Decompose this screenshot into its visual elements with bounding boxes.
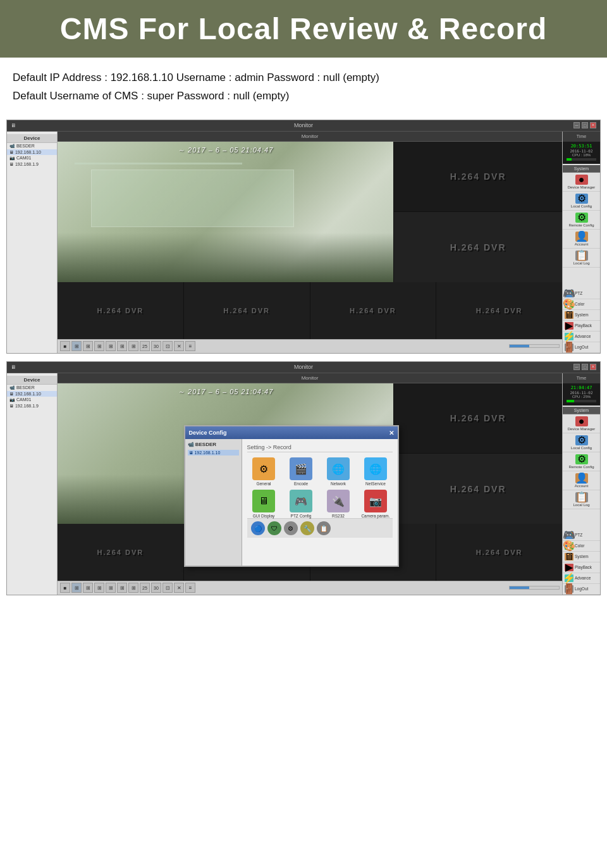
right-spacer-1: [563, 268, 600, 288]
stop-btn-1[interactable]: ■: [60, 341, 70, 351]
sidebar-item-ip1-2[interactable]: 🖥 192.168.1.10: [7, 391, 57, 397]
general-label: General: [256, 481, 271, 486]
page-title: CMS For Local Review & Record: [13, 11, 594, 46]
cms-toolbar-2: ■ ⊞ ⊞ ⊞ ⊞ ⊞ ⊞ 25 30 ⊡ ✕ ≡: [58, 581, 562, 595]
color-label-1: Color: [575, 302, 585, 306]
grid4-btn-2[interactable]: ⊞: [106, 583, 116, 593]
advance-tab-2[interactable]: ⚡ Advance: [563, 573, 600, 584]
num25-btn-1[interactable]: 25: [140, 341, 150, 351]
local-config-btn-1[interactable]: ⚙ Local Config: [563, 192, 600, 211]
remote-config-btn-1[interactable]: ⚙ Remote Config: [563, 211, 600, 230]
num30-btn-2[interactable]: 30: [151, 583, 161, 593]
cms-right-panel-1: Time 20:53:51 2016-11-02 CPU : 18% Syste…: [562, 132, 600, 353]
grid6-btn-2[interactable]: ⊞: [128, 583, 138, 593]
sidebar-item-cam1-2[interactable]: 📷 CAM01: [7, 397, 57, 403]
local-config-btn-2[interactable]: ⚙ Local Config: [563, 433, 600, 452]
cameraparam-icon-item[interactable]: 📷 Camera param.: [359, 490, 393, 518]
volume-slider-2[interactable]: [509, 586, 560, 590]
device-manager-btn-2[interactable]: ● Device Manager: [563, 414, 600, 433]
dvr-wm-mr-2: H.264 DVR: [450, 484, 506, 494]
playback-tab-2[interactable]: ▶ PlayBack: [563, 562, 600, 573]
rs232-icon-item[interactable]: 🔌 RS232: [322, 490, 355, 518]
cms-app-icon-2: 🖥: [11, 364, 16, 370]
grid1-btn-1[interactable]: ⊞: [71, 341, 82, 351]
grid3-btn-1[interactable]: ⊞: [94, 341, 104, 351]
bottom-icon-4[interactable]: 🔧: [300, 521, 314, 535]
grid5-btn-1[interactable]: ⊞: [117, 341, 127, 351]
maximize-btn-2[interactable]: □: [582, 364, 588, 370]
fullscreen-btn-2[interactable]: ⊡: [162, 583, 173, 593]
dialog-close-btn-2[interactable]: ✕: [389, 430, 394, 437]
ptzconfig-icon-item[interactable]: 🎮 PTZ Config: [285, 490, 318, 518]
account-btn-2[interactable]: 👤 Account: [563, 471, 600, 490]
local-log-btn-1[interactable]: 📋 Local Log: [563, 249, 600, 268]
volume-slider-1[interactable]: [509, 344, 560, 348]
bottom-icon-5[interactable]: 📋: [317, 521, 331, 535]
ptz-tab-1[interactable]: 🎮 PTZ: [563, 288, 600, 299]
account-label-2: Account: [575, 484, 589, 488]
cms-app-icon: 🖥: [11, 123, 16, 128]
grid2-btn-1[interactable]: ⊞: [83, 341, 93, 351]
advance-label-2: Advance: [575, 576, 591, 580]
sidebar-item-ip2-2[interactable]: 🖥 192.168.1.9: [7, 403, 57, 409]
encode-icon-item[interactable]: 🎬 Encode: [285, 457, 318, 486]
grid6-btn-1[interactable]: ⊞: [128, 341, 138, 351]
grid1-btn-2[interactable]: ⊞: [71, 583, 82, 593]
grid4-btn-1[interactable]: ⊞: [106, 341, 116, 351]
advance-tab-1[interactable]: ⚡ Advance: [563, 332, 600, 342]
bottom-icon-3[interactable]: ⚙: [284, 521, 298, 535]
sidebar-item-besder-2[interactable]: 📹 BESDER: [7, 385, 57, 391]
cms-screenshot-2: 🖥 Monitor ─ □ ✕ Device 📹 BESDER 🖥 192.16…: [6, 361, 601, 595]
config-dialog-2[interactable]: Device Config ✕ 📹 BESDER 🖥 192.168.1.10 …: [184, 425, 399, 567]
minimize-btn-2[interactable]: ─: [573, 364, 580, 370]
general-icon-item[interactable]: ⚙ General: [247, 457, 281, 486]
sidebar-item-ip2-1[interactable]: 🖥 192.168.1.9: [7, 161, 57, 167]
close-stream-btn-2[interactable]: ✕: [174, 583, 184, 593]
general-icon: ⚙: [252, 457, 275, 480]
sidebar-item-cam1-1[interactable]: 📷 CAM01: [7, 155, 57, 161]
network-label: Network: [331, 481, 346, 486]
close-stream-btn-1[interactable]: ✕: [174, 341, 184, 351]
sidebar-item-besder-1[interactable]: 📹 BESDER: [7, 143, 57, 149]
local-log-btn-2[interactable]: 📋 Local Log: [563, 490, 600, 509]
bottom-icon-2[interactable]: 🛡: [267, 521, 281, 535]
system-tab-1[interactable]: 🖥 System: [563, 310, 600, 321]
system-section-1: System: [563, 165, 600, 173]
fullscreen-btn-1[interactable]: ⊡: [162, 341, 173, 351]
settings-btn-1[interactable]: ≡: [185, 341, 195, 351]
maximize-btn-1[interactable]: □: [582, 122, 588, 128]
network-icon-item[interactable]: 🌐 Network: [322, 457, 355, 486]
guidisplay-icon-item[interactable]: 🖥 GUI Display: [247, 490, 281, 518]
logout-label-1: LogOut: [575, 345, 588, 349]
grid5-btn-2[interactable]: ⊞: [117, 583, 127, 593]
info-line-2: Default Username of CMS : super Password…: [13, 87, 594, 106]
minimize-btn-1[interactable]: ─: [573, 122, 580, 128]
bottom-icon-1[interactable]: 🔵: [251, 521, 265, 535]
color-tab-2[interactable]: 🎨 Color: [563, 541, 600, 552]
account-btn-1[interactable]: 👤 Account: [563, 230, 600, 249]
right-spacer-2: [563, 509, 600, 530]
encode-icon: 🎬: [290, 457, 312, 480]
netservice-icon-item[interactable]: 🌐 NetService: [359, 457, 393, 486]
device-manager-btn-1[interactable]: ● Device Manager: [563, 173, 600, 192]
color-tab-1[interactable]: 🎨 Color: [563, 299, 600, 310]
time-label-2: Time: [577, 376, 586, 380]
logout-tab-2[interactable]: 🚪 LogOut: [563, 584, 600, 595]
remote-config-btn-2[interactable]: ⚙ Remote Config: [563, 452, 600, 471]
grid2-btn-2[interactable]: ⊞: [83, 583, 93, 593]
local-log-icon-2: 📋: [575, 492, 588, 502]
playback-tab-1[interactable]: ▶ PlayBack: [563, 321, 600, 332]
grid3-btn-2[interactable]: ⊞: [94, 583, 104, 593]
logout-tab-1[interactable]: 🚪 LogOut: [563, 342, 600, 353]
num30-btn-1[interactable]: 30: [151, 341, 161, 351]
sidebar-item-ip1-1[interactable]: 🖥 192.168.1.10: [7, 149, 57, 155]
cpu-bar-fill-1: [567, 158, 572, 161]
close-btn-2[interactable]: ✕: [590, 364, 596, 370]
settings-btn-2[interactable]: ≡: [185, 583, 195, 593]
close-btn-1[interactable]: ✕: [590, 122, 596, 128]
dialog-left-item-1[interactable]: 🖥 192.168.1.10: [188, 450, 239, 456]
num25-btn-2[interactable]: 25: [140, 583, 150, 593]
stop-btn-2[interactable]: ■: [60, 583, 70, 593]
system-tab-2[interactable]: 🖥 System: [563, 552, 600, 562]
ptz-tab-2[interactable]: 🎮 PTZ: [563, 530, 600, 541]
